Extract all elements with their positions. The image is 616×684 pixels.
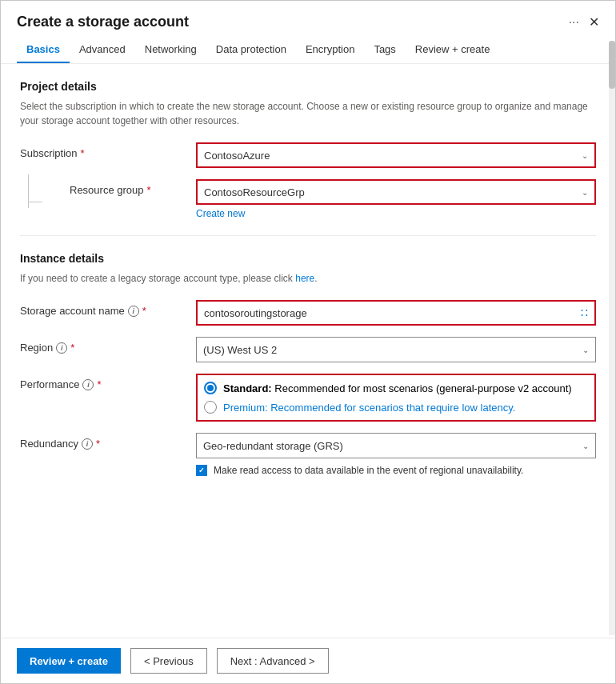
performance-group: Performance i * Standard:: [20, 374, 596, 422]
region-label-col: Region i *: [20, 337, 196, 354]
instance-desc-suffix: .: [314, 273, 317, 284]
storage-account-name-label-col: Storage account name i *: [20, 300, 196, 317]
performance-standard-option[interactable]: Standard: Recommended for most scenarios…: [204, 382, 588, 394]
region-control: (US) West US 2 ⌄: [196, 337, 596, 362]
legacy-storage-link[interactable]: here: [295, 273, 314, 284]
resource-group-select[interactable]: ContosoResourceGrp ⌄: [196, 179, 596, 205]
subscription-control: ContosoAzure ⌄: [196, 142, 596, 168]
tab-encryption[interactable]: Encryption: [296, 37, 364, 63]
tab-basics[interactable]: Basics: [17, 37, 70, 63]
standard-radio-dot: [207, 385, 214, 391]
redundancy-select[interactable]: Geo-redundant storage (GRS) ⌄: [196, 433, 596, 458]
region-group: Region i * (US) West US 2 ⌄: [20, 337, 596, 362]
performance-premium-option[interactable]: Premium: Recommended for scenarios that …: [204, 401, 588, 414]
region-label: Region: [20, 342, 53, 354]
storage-account-name-label: Storage account name: [20, 305, 125, 317]
region-value: (US) West US 2: [203, 344, 277, 356]
resource-group-value: ContosoResourceGrp: [204, 186, 305, 198]
storage-account-name-input[interactable]: contosoroutingstorage ∷: [196, 300, 596, 326]
storage-name-info-icon[interactable]: i: [128, 306, 139, 317]
premium-radio-icon: [204, 401, 217, 414]
review-create-button[interactable]: Review + create: [17, 648, 121, 674]
resource-group-required: *: [147, 184, 151, 196]
subscription-group: Subscription * ContosoAzure ⌄: [20, 142, 596, 168]
resource-group-chevron-icon: ⌄: [582, 188, 588, 197]
performance-radio-group: Standard: Recommended for most scenarios…: [204, 382, 588, 414]
redundancy-checkbox-row: ✓ Make read access to data available in …: [196, 465, 596, 476]
scrollbar-thumb[interactable]: [609, 41, 615, 89]
performance-label: Performance: [20, 378, 79, 390]
storage-account-name-group: Storage account name i * contosoroutings…: [20, 300, 596, 326]
main-content: Project details Select the subscription …: [1, 64, 615, 638]
tabs-bar: Basics Advanced Networking Data protecti…: [1, 30, 615, 64]
project-details-section: Project details Select the subscription …: [20, 80, 596, 219]
tab-networking[interactable]: Networking: [135, 37, 206, 63]
redundancy-control: Geo-redundant storage (GRS) ⌄ ✓ Make rea…: [196, 433, 596, 476]
tab-data-protection[interactable]: Data protection: [206, 37, 296, 63]
next-button[interactable]: Next : Advanced >: [217, 648, 329, 674]
resource-group-label-col: Resource group *: [20, 179, 196, 196]
tab-tags[interactable]: Tags: [364, 37, 405, 63]
redundancy-label: Redundancy: [20, 438, 78, 450]
create-storage-dialog: Create a storage account ··· ✕ Basics Ad…: [0, 0, 616, 684]
close-button[interactable]: ✕: [589, 14, 599, 30]
performance-required: *: [97, 378, 101, 390]
redundancy-info-icon[interactable]: i: [82, 438, 93, 450]
performance-premium-label: Premium: Recommended for scenarios that …: [223, 402, 515, 414]
tab-review-create[interactable]: Review + create: [406, 37, 500, 63]
scrollbar-track[interactable]: [609, 41, 615, 635]
standard-radio-icon: [204, 382, 217, 394]
region-chevron-icon: ⌄: [582, 346, 589, 354]
subscription-label: Subscription *: [20, 142, 196, 159]
redundancy-label-col: Redundancy i *: [20, 433, 196, 450]
instance-details-description: If you need to create a legacy storage a…: [20, 271, 596, 286]
instance-details-title: Instance details: [20, 252, 596, 265]
resource-group-group: Resource group * ContosoResourceGrp ⌄ Cr…: [20, 179, 596, 219]
redundancy-checkbox-label: Make read access to data available in th…: [214, 465, 523, 476]
storage-name-required: *: [142, 305, 146, 317]
storage-name-suffix-icon: ∷: [581, 306, 588, 319]
previous-button[interactable]: < Previous: [130, 648, 207, 674]
dialog-title: Create a storage account: [17, 14, 189, 30]
region-info-icon[interactable]: i: [56, 342, 67, 354]
tab-advanced[interactable]: Advanced: [70, 37, 135, 63]
standard-bold-label: Standard:: [223, 382, 272, 394]
subscription-value: ContosoAzure: [204, 150, 270, 162]
dialog-footer: Review + create < Previous Next : Advanc…: [1, 638, 615, 683]
performance-info-icon[interactable]: i: [82, 379, 94, 390]
instance-desc-prefix: If you need to create a legacy storage a…: [20, 273, 295, 284]
region-select[interactable]: (US) West US 2 ⌄: [196, 337, 596, 362]
subscription-select[interactable]: ContosoAzure ⌄: [196, 142, 596, 168]
redundancy-checkbox[interactable]: ✓: [196, 465, 207, 476]
standard-rest-label: Recommended for most scenarios (general-…: [274, 382, 571, 394]
storage-account-name-value: contosoroutingstorage: [204, 307, 307, 319]
performance-radio-container: Standard: Recommended for most scenarios…: [196, 374, 596, 422]
redundancy-required: *: [96, 438, 100, 450]
create-new-link[interactable]: Create new: [196, 208, 596, 219]
redundancy-value: Geo-redundant storage (GRS): [203, 440, 343, 452]
more-options-icon[interactable]: ···: [569, 15, 579, 30]
subscription-required: *: [81, 147, 85, 159]
redundancy-chevron-icon: ⌄: [582, 442, 589, 450]
dialog-header-actions: ··· ✕: [569, 14, 599, 30]
checkbox-check-icon: ✓: [198, 466, 205, 474]
project-details-description: Select the subscription in which to crea…: [20, 99, 596, 128]
subscription-chevron-icon: ⌄: [582, 151, 588, 160]
performance-standard-label: Standard: Recommended for most scenarios…: [223, 382, 572, 394]
dialog-header: Create a storage account ··· ✕: [1, 1, 615, 30]
section-divider-1: [20, 235, 596, 236]
resource-group-control: ContosoResourceGrp ⌄ Create new: [196, 179, 596, 219]
storage-account-name-control: contosoroutingstorage ∷: [196, 300, 596, 326]
project-details-title: Project details: [20, 80, 596, 93]
region-required: *: [70, 342, 74, 354]
performance-label-col: Performance i *: [20, 374, 196, 390]
performance-control: Standard: Recommended for most scenarios…: [196, 374, 596, 422]
redundancy-group: Redundancy i * Geo-redundant storage (GR…: [20, 433, 596, 476]
instance-details-section: Instance details If you need to create a…: [20, 252, 596, 476]
